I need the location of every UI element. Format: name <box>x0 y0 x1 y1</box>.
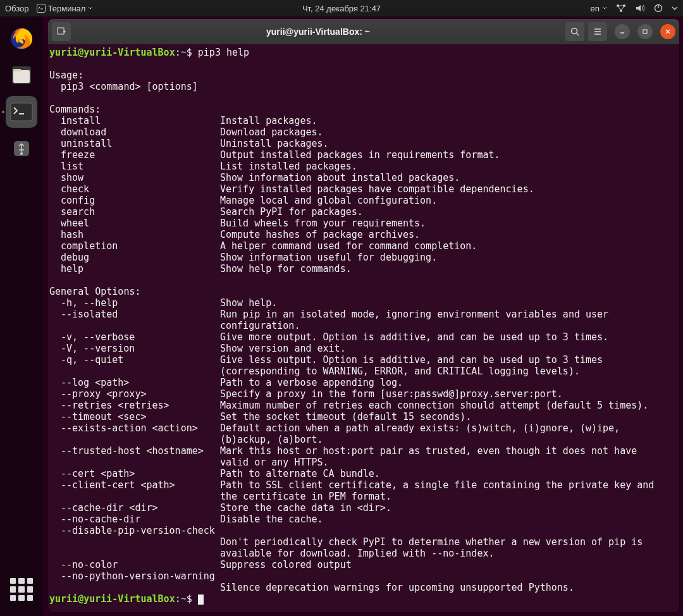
command-row: wheelBuild wheels from your requirements… <box>49 218 678 229</box>
option-row: --no-colorSuppress colored output <box>49 559 678 570</box>
option-row: --timeout <sec>Set the socket timeout (d… <box>49 411 678 422</box>
hamburger-menu-button[interactable] <box>588 22 607 41</box>
dock-firefox[interactable] <box>6 23 37 54</box>
maximize-icon <box>642 28 648 35</box>
command-row: downloadDownload packages. <box>49 126 678 138</box>
option-desc-continuation: configuration. <box>49 320 678 331</box>
svg-rect-0 <box>37 4 45 13</box>
option-row: --exists-action <action>Default action w… <box>49 422 678 434</box>
search-icon <box>570 27 580 37</box>
command-row: hashCompute hashes of package archives. <box>49 229 678 240</box>
dock-files[interactable] <box>6 59 37 91</box>
option-row: --log <path>Path to a verbose appending … <box>49 377 678 388</box>
option-row: --trusted-host <hostname>Mark this host … <box>49 445 678 457</box>
new-tab-icon <box>56 27 66 37</box>
firefox-icon <box>9 26 34 51</box>
option-row: --no-python-version-warning <box>49 570 678 582</box>
option-row: -V, --versionShow version and exit. <box>49 343 678 354</box>
power-icon[interactable] <box>654 4 663 13</box>
option-desc-continuation: available for download. Implied with --n… <box>49 548 678 559</box>
svg-rect-14 <box>58 28 64 34</box>
svg-point-13 <box>20 152 23 155</box>
maximize-button[interactable] <box>637 24 653 39</box>
dock <box>0 16 43 616</box>
svg-rect-10 <box>11 103 32 121</box>
option-row: --retries <retries>Maximum number of ret… <box>49 400 678 411</box>
command-row: showShow information about installed pac… <box>49 172 678 183</box>
option-desc-continuation: valid or any HTTPS. <box>49 457 678 468</box>
chevron-down-icon <box>602 6 607 11</box>
command-row: installInstall packages. <box>49 115 678 126</box>
option-row: --client-cert <path>Path to SSL client c… <box>49 479 678 491</box>
command-row: searchSearch PyPI for packages. <box>49 206 678 218</box>
volume-icon[interactable] <box>635 4 645 13</box>
activities-button[interactable]: Обзор <box>5 4 29 13</box>
command-row: listList installed packages. <box>49 161 678 172</box>
option-desc-continuation: Silence deprecation warnings for upcomin… <box>49 582 678 593</box>
hamburger-icon <box>593 27 603 37</box>
command-row: uninstallUninstall packages. <box>49 138 678 149</box>
dock-terminal[interactable] <box>6 96 37 128</box>
terminal-icon <box>10 102 33 121</box>
option-row: -v, --verboseGive more output. Option is… <box>49 331 678 343</box>
command-row: freezeOutput installed packages in requi… <box>49 149 678 161</box>
prompt-user: yurii@yurii-VirtualBox <box>49 47 175 58</box>
terminal-window: yurii@yurii-VirtualBox: ~ yurii@yurii-Vi… <box>48 19 679 612</box>
usb-drive-icon <box>9 136 34 161</box>
input-language-indicator[interactable]: en <box>591 4 607 13</box>
svg-line-18 <box>577 34 579 35</box>
search-button[interactable] <box>565 22 584 41</box>
entered-command: pip3 help <box>198 47 249 58</box>
clock[interactable]: Чт, 24 декабря 21:47 <box>302 4 381 13</box>
command-row: checkVerify installed packages have comp… <box>49 183 678 195</box>
terminal-output[interactable]: yurii@yurii-VirtualBox:~$ pip3 help Usag… <box>48 44 679 612</box>
dock-usb[interactable] <box>6 133 37 164</box>
option-row: --isolatedRun pip in an isolated mode, i… <box>49 309 678 320</box>
option-row: -h, --helpShow help. <box>49 297 678 309</box>
option-row: --no-cache-dirDisable the cache. <box>49 514 678 525</box>
window-title: yurii@yurii-VirtualBox: ~ <box>75 27 562 37</box>
input-language-label: en <box>591 4 600 13</box>
active-indicator <box>2 111 4 113</box>
command-row: completionA helper command used for comm… <box>49 240 678 252</box>
option-row: --disable-pip-version-check <box>49 525 678 536</box>
option-row: -q, --quietGive less output. Option is a… <box>49 354 678 366</box>
command-row: debugShow information useful for debuggi… <box>49 252 678 263</box>
show-applications-button[interactable] <box>10 578 33 601</box>
terminal-icon <box>37 4 46 13</box>
minimize-icon <box>619 28 625 35</box>
option-row: --proxy <proxy>Specify a proxy in the fo… <box>49 388 678 400</box>
option-row: --cache-dir <dir>Store the cache data in… <box>49 502 678 514</box>
svg-rect-8 <box>13 70 30 83</box>
option-desc-continuation: (corresponding to WARNING, ERROR, and CR… <box>49 366 678 377</box>
window-titlebar[interactable]: yurii@yurii-VirtualBox: ~ <box>48 19 679 44</box>
option-row: --cert <path>Path to alternate CA bundle… <box>49 468 678 479</box>
minimize-button[interactable] <box>615 24 630 39</box>
option-desc-continuation: (b)ackup, (a)bort. <box>49 434 678 445</box>
chevron-down-icon <box>88 6 93 11</box>
command-row: helpShow help for commands. <box>49 263 678 274</box>
app-menu-label: Терминал <box>48 4 86 13</box>
gnome-top-panel: Обзор Терминал Чт, 24 декабря 21:47 en <box>0 0 683 16</box>
svg-rect-9 <box>13 69 21 71</box>
files-icon <box>9 63 34 88</box>
command-row: configManage local and global configurat… <box>49 195 678 206</box>
close-button[interactable] <box>660 24 675 39</box>
svg-rect-23 <box>643 30 647 34</box>
app-menu-button[interactable]: Терминал <box>37 4 94 13</box>
system-menu-chevron-icon[interactable] <box>672 5 678 11</box>
terminal-cursor[interactable] <box>198 594 204 605</box>
network-icon[interactable] <box>616 4 626 13</box>
close-icon <box>665 28 671 35</box>
option-desc-continuation: Don't periodically check PyPI to determi… <box>49 536 678 548</box>
prompt-path: ~ <box>181 47 187 58</box>
option-desc-continuation: the certificate in PEM format. <box>49 491 678 502</box>
new-tab-button[interactable] <box>52 22 71 41</box>
svg-point-17 <box>572 28 577 34</box>
